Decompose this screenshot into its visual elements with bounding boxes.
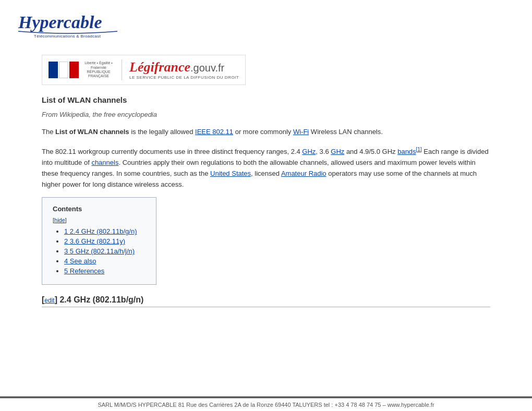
intro1-after: is the legally allowed bbox=[129, 128, 195, 136]
para2-mid2: and 4.9/5.0 GHz bbox=[344, 148, 397, 155]
flag-red bbox=[69, 62, 79, 78]
flag-white bbox=[59, 62, 68, 78]
contents-hide-line: [hide] bbox=[53, 217, 146, 223]
intro1-end: Wireless LAN channels. bbox=[309, 128, 383, 136]
contents-item: 1 2.4 GHz (802.11b/g/n) bbox=[64, 227, 146, 235]
contents-item-link[interactable]: 4 See also bbox=[64, 257, 96, 265]
hypercable-logo-svg: Hypercable Télécommunications & Broadcas… bbox=[16, 6, 120, 40]
main-content: Liberté • Égalité • Fraternité RÉPUBLIQU… bbox=[0, 44, 532, 357]
intro1-mid: or more commonly bbox=[233, 128, 293, 136]
contents-title: Contents bbox=[53, 205, 146, 213]
contents-item: 5 References bbox=[64, 267, 146, 275]
wifi-link[interactable]: Wi-Fi bbox=[293, 128, 309, 136]
legifrance-logo: Liberté • Égalité • Fraternité RÉPUBLIQU… bbox=[42, 55, 246, 85]
intro1-bold: List of WLAN channels bbox=[55, 128, 129, 136]
channels-link[interactable]: channels bbox=[91, 159, 118, 166]
header-logo-area: Hypercable Télécommunications & Broadcas… bbox=[0, 0, 532, 44]
svg-text:Télécommunications & Broadcast: Télécommunications & Broadcast bbox=[34, 34, 101, 39]
legifrance-gouv: .gouv.fr bbox=[190, 62, 224, 74]
contents-list: 1 2.4 GHz (802.11b/g/n)2 3.6 GHz (802.11… bbox=[53, 227, 146, 275]
contents-hide-link[interactable]: hide bbox=[54, 217, 65, 223]
contents-item: 3 5 GHz (802.11a/h/j/n) bbox=[64, 247, 146, 255]
contents-item-link[interactable]: 2 3.6 GHz (802.11y) bbox=[64, 237, 125, 245]
para2-start: The 802.11 workgroup currently documents… bbox=[42, 148, 302, 155]
bands-sup-link[interactable]: [1] bbox=[416, 147, 422, 152]
french-flag-icon bbox=[49, 62, 79, 78]
intro-paragraph-2: The 802.11 workgroup currently documents… bbox=[42, 145, 490, 190]
source-line: From Wikipedia, the free encyclopedia bbox=[42, 111, 490, 118]
amateur-link[interactable]: Amateur Radio bbox=[281, 170, 327, 177]
republic-text: Liberté • Égalité • Fraternité RÉPUBLIQU… bbox=[83, 61, 114, 79]
contents-item: 2 3.6 GHz (802.11y) bbox=[64, 237, 146, 245]
svg-text:Hypercable: Hypercable bbox=[18, 13, 102, 32]
us-link[interactable]: United States bbox=[210, 170, 251, 177]
contents-item-link[interactable]: 3 5 GHz (802.11a/h/j/n) bbox=[64, 247, 135, 255]
section1-title: 2.4 GHz (802.11b/g/n) bbox=[59, 295, 143, 304]
contents-item-link[interactable]: 5 References bbox=[64, 267, 104, 275]
ghz2-link[interactable]: GHz bbox=[331, 148, 344, 155]
footer: SARL M/M/D/S HYPERCABLE 81 Rue des Carri… bbox=[0, 396, 532, 411]
flag-blue bbox=[49, 62, 58, 78]
bands-link[interactable]: bands bbox=[397, 148, 416, 155]
legifrance-tagline: LE SERVICE PUBLIC DE LA DIFFUSION DU DRO… bbox=[129, 75, 239, 80]
para2-mid1: , 3.6 bbox=[316, 148, 331, 155]
ghz1-link[interactable]: GHz bbox=[302, 148, 316, 155]
ieee-link[interactable]: IEEE 802.11 bbox=[195, 128, 233, 136]
contents-box: Contents [hide] 1 2.4 GHz (802.11b/g/n)2… bbox=[42, 197, 156, 285]
legifrance-brand: Légifrance.gouv.fr LE SERVICE PUBLIC DE … bbox=[129, 61, 239, 80]
section1-edit-link[interactable]: edit bbox=[44, 297, 54, 304]
legifrance-name: Légifrance bbox=[129, 59, 190, 75]
contents-item-link[interactable]: 1 2.4 GHz (802.11b/g/n) bbox=[64, 227, 137, 235]
intro-paragraph-1: The List of WLAN channels is the legally… bbox=[42, 127, 490, 138]
footer-text: SARL M/M/D/S HYPERCABLE 81 Rue des Carri… bbox=[0, 398, 532, 411]
contents-item: 4 See also bbox=[64, 257, 146, 265]
section1-heading: [edit] 2.4 GHz (802.11b/g/n) bbox=[42, 295, 490, 307]
para2-mid5: , licensed bbox=[251, 170, 281, 177]
page-title: List of WLAN channels bbox=[42, 95, 490, 104]
intro1-before: The bbox=[42, 128, 55, 136]
